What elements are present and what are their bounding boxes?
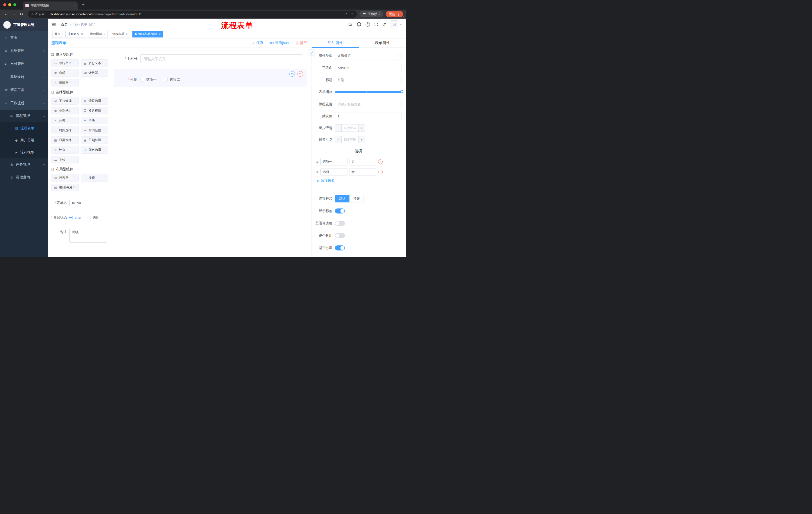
palette-item-checkbox-group[interactable]: ☑ 多选框组: [81, 107, 108, 114]
browser-tab[interactable]: 芋道管理系统 ×: [23, 1, 78, 9]
sidebar-item-home[interactable]: ⌂ 首页: [0, 31, 48, 44]
required-switch[interactable]: [335, 245, 345, 250]
canvas-field-gender-selected[interactable]: 性别 选项一 选项二: [114, 70, 307, 87]
sidebar-item-process-management[interactable]: ≣ 流程管理 ▴: [0, 110, 48, 122]
increase-button[interactable]: +: [358, 136, 365, 143]
reload-button[interactable]: ↻: [18, 12, 25, 17]
tab-form-props[interactable]: 表单属性: [359, 38, 406, 48]
clear-button[interactable]: 清空: [295, 41, 307, 45]
option-label-input[interactable]: [320, 158, 347, 165]
palette-item-rate[interactable]: ☆ 评分: [51, 146, 79, 154]
form-remark-textarea[interactable]: 嘿嘿: [69, 228, 107, 243]
close-icon[interactable]: ×: [81, 32, 83, 36]
window-close-button[interactable]: [3, 3, 6, 6]
palette-item-table[interactable]: ▩ 表格[开发中]: [51, 184, 79, 191]
sidebar-item-user-groups[interactable]: ☻ 用户分组: [0, 134, 48, 146]
palette-item-select[interactable]: ◎ 下拉选择: [51, 97, 79, 105]
disabled-switch[interactable]: [335, 233, 345, 238]
palette-item-date-picker[interactable]: ▦ 日期选择: [51, 136, 79, 144]
tagsview-tab-process-form-edit[interactable]: 流程表单-编辑 ×: [133, 31, 163, 37]
toolbar-chevron-icon[interactable]: ∨: [403, 15, 404, 18]
grid-slider[interactable]: [335, 88, 402, 96]
palette-item-color-picker[interactable]: ◑ 颜色选择: [81, 146, 108, 154]
stepper-value[interactable]: 最多可选: [342, 136, 358, 143]
tab-close-icon[interactable]: ×: [73, 3, 75, 7]
close-icon[interactable]: ×: [159, 32, 161, 36]
address-bar[interactable]: ⚠ 不安全 dashboard.yudao.iocoder.cn /bpm/ma…: [28, 10, 357, 18]
show-label-switch[interactable]: [335, 209, 345, 214]
save-button[interactable]: ✓ 保存: [252, 41, 264, 45]
palette-item-counter[interactable]: 123 计数器: [81, 69, 108, 77]
label-width-input[interactable]: [335, 100, 402, 108]
sidebar-item-dev-tools[interactable]: ⚒ 研发工具 ▾: [0, 83, 48, 97]
palette-item-password[interactable]: ✱ 密码: [51, 69, 79, 77]
back-button[interactable]: ←: [3, 12, 9, 16]
search-icon[interactable]: [348, 22, 352, 27]
title-input[interactable]: [335, 76, 402, 84]
window-zoom-button[interactable]: [13, 3, 16, 6]
checkbox-option-1[interactable]: 选项一: [140, 77, 156, 82]
user-avatar[interactable]: [390, 20, 398, 28]
palette-item-row-container[interactable]: ⊞ 行容器: [51, 174, 79, 182]
palette-item-time-picker[interactable]: ◔ 时间选择: [51, 127, 79, 134]
sidebar-item-leave-query[interactable]: ☺ 请假查询: [0, 171, 48, 184]
palette-item-slider[interactable]: ↦ 滑块: [81, 117, 108, 124]
forward-button[interactable]: →: [10, 12, 17, 16]
copy-widget-button[interactable]: [289, 71, 295, 77]
palette-item-switch[interactable]: ◐ 开关: [51, 117, 79, 124]
decrease-button[interactable]: −: [335, 136, 342, 143]
tab-component-props[interactable]: 组件属性: [312, 38, 359, 48]
border-switch[interactable]: [335, 221, 345, 226]
default-value-input[interactable]: [335, 112, 402, 120]
palette-item-button[interactable]: ▢ 按钮: [81, 174, 108, 182]
browser-menu-icon[interactable]: ⋮: [395, 12, 402, 16]
form-name-input[interactable]: [69, 199, 107, 207]
breadcrumb-home[interactable]: 首页: [61, 22, 68, 27]
password-key-icon[interactable]: [344, 12, 348, 16]
remove-option-button[interactable]: −: [378, 159, 383, 164]
component-type-select[interactable]: 多选框组 ▾: [335, 52, 402, 60]
palette-item-upload[interactable]: ☁ 上传: [51, 156, 79, 163]
palette-item-time-range[interactable]: ◕ 时间范围: [81, 127, 108, 134]
radio-open[interactable]: 开启: [69, 215, 81, 220]
field-name-input[interactable]: [335, 64, 402, 72]
tagsview-tab-process-definition[interactable]: 流程定义 ×: [65, 31, 85, 37]
github-icon[interactable]: [357, 22, 361, 27]
palette-item-cascader[interactable]: ⋔ 级联选择: [81, 97, 108, 105]
sidebar-item-system-management[interactable]: ⚙ 系统管理 ▾: [0, 44, 48, 57]
window-minimize-button[interactable]: [8, 3, 11, 6]
tagsview-tab-home[interactable]: 首页: [52, 31, 63, 37]
close-icon[interactable]: ×: [126, 32, 127, 36]
remove-option-button[interactable]: −: [378, 170, 383, 174]
sidebar-item-workflow[interactable]: ⊞ 工作流程 ▴: [0, 97, 48, 110]
decrease-button[interactable]: −: [335, 125, 342, 132]
bookmark-star-icon[interactable]: ☆: [351, 12, 354, 16]
slider-handle[interactable]: [400, 90, 403, 93]
radio-closed[interactable]: 关闭: [87, 215, 99, 220]
browser-update-button[interactable]: 更新 ⋮: [386, 11, 403, 17]
drag-handle-icon[interactable]: ≡: [316, 160, 319, 164]
help-icon[interactable]: ?: [366, 22, 370, 27]
add-option-link[interactable]: ⊕ 添加选项: [317, 179, 402, 183]
style-default-button[interactable]: 默认: [335, 195, 349, 202]
delete-widget-button[interactable]: [297, 71, 303, 77]
stepper-value[interactable]: 至少应选: [342, 125, 358, 132]
avatar-caret-icon[interactable]: ▾: [400, 23, 402, 26]
drag-handle-icon[interactable]: ≡: [316, 170, 319, 174]
palette-item-single-line-text[interactable]: ▭ 单行文本: [51, 59, 79, 67]
tagsview-tab-process-form[interactable]: 流程表单 ×: [110, 31, 130, 37]
sidebar-item-payment-management[interactable]: ¥ 支付管理 ▾: [0, 57, 48, 71]
sidebar-collapse-icon[interactable]: [52, 22, 57, 27]
phone-input[interactable]: [140, 54, 303, 63]
sidebar-item-infrastructure[interactable]: ⊡ 基础设施 ▾: [0, 71, 48, 83]
palette-item-radio-group[interactable]: ◉ 单选框组: [51, 107, 79, 114]
close-icon[interactable]: ×: [104, 32, 105, 36]
option-value-input[interactable]: [349, 158, 376, 165]
sidebar-item-task-management[interactable]: ⋔ 任务管理 ▾: [0, 158, 48, 171]
palette-item-date-range[interactable]: ▣ 日期范围: [81, 136, 108, 144]
checkbox-option-2[interactable]: 选项二: [164, 77, 180, 82]
palette-item-editor[interactable]: ✎ 编辑器: [51, 79, 79, 86]
new-tab-button[interactable]: +: [82, 2, 85, 8]
palette-item-multi-line-text[interactable]: ▤ 多行文本: [81, 59, 108, 67]
option-value-input[interactable]: [349, 168, 376, 176]
